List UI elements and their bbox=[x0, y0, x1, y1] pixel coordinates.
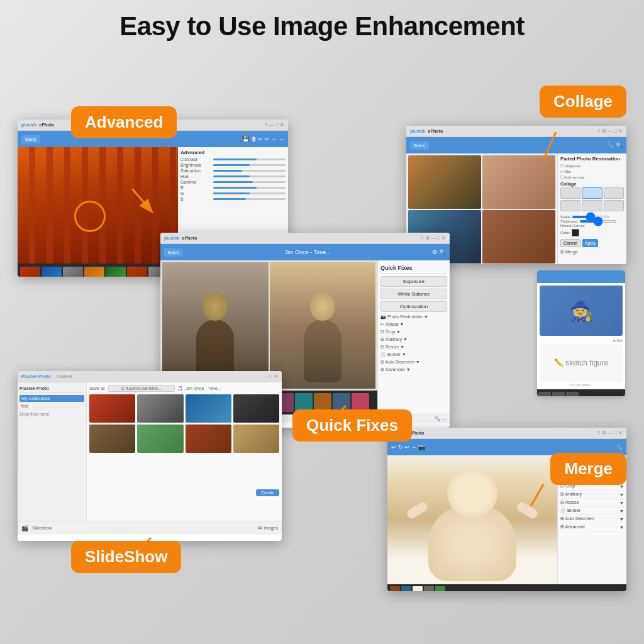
cancel-button-collage[interactable]: Cancel bbox=[560, 239, 580, 247]
slide-thumb-3[interactable] bbox=[186, 394, 231, 423]
grid-opt-6[interactable] bbox=[604, 200, 624, 211]
app-logo-qf: plustek bbox=[164, 236, 180, 240]
advanced-section-qf: ⊞ Advanced ▼ bbox=[380, 367, 447, 372]
slide-thumb-8[interactable] bbox=[233, 425, 279, 453]
quickfix-panel-title: Quick Fixes bbox=[380, 263, 447, 274]
slide-thumb-6[interactable] bbox=[137, 425, 183, 453]
cabinet-label: Cabinet bbox=[57, 374, 72, 379]
grid-opt-4[interactable] bbox=[560, 200, 580, 211]
film-thumb bbox=[413, 586, 423, 591]
slider-label-saturation: Saturation bbox=[180, 169, 212, 173]
grid-opt-3[interactable] bbox=[604, 187, 624, 199]
grid-opt-1[interactable] bbox=[560, 187, 580, 199]
border-section: ⬜ Border ▼ bbox=[380, 352, 447, 357]
film-thumb bbox=[401, 586, 411, 591]
svg-line-4 bbox=[531, 484, 543, 506]
illus-top-image: 🧙 bbox=[540, 286, 623, 336]
collage-toolbar: Back 🔧 🔍 bbox=[406, 137, 626, 153]
optimization-button[interactable]: Optimization bbox=[380, 301, 447, 312]
slide-thumb-1[interactable] bbox=[89, 394, 135, 423]
toolbar-icons-merge: ↩ ↻ ↩ → 📷 bbox=[391, 444, 425, 450]
whitebalance-button[interactable]: White Balance bbox=[380, 289, 447, 299]
collage-cell-portrait bbox=[482, 210, 555, 264]
crop-section: ⊡ Crop ▼ bbox=[380, 330, 447, 335]
film-thumb bbox=[20, 267, 40, 277]
app-name-advanced: ePhoto bbox=[40, 123, 55, 127]
film-thumb bbox=[127, 267, 147, 277]
film-thumb bbox=[435, 586, 445, 591]
slider-label-b: B bbox=[180, 197, 212, 201]
figure-icon: 🧙 bbox=[570, 300, 593, 322]
slideshow-titlebar: Plustek Photo Cabinet — □ ✕ bbox=[18, 371, 282, 382]
slide-thumb-2[interactable] bbox=[137, 394, 183, 423]
slide-thumb-4[interactable] bbox=[233, 394, 279, 423]
collage-grid-options bbox=[560, 187, 624, 211]
merge-label: ⊞ Merge bbox=[560, 250, 624, 255]
music-label: Jim Once - Time... bbox=[186, 249, 430, 255]
merge-item-resize: ⊟ Resize▼ bbox=[560, 499, 624, 507]
illus-caption-top: artist bbox=[540, 338, 623, 343]
win-controls-collage[interactable]: ? ⚙ — □ ✕ bbox=[597, 128, 623, 134]
merge-item-advanced: ⊞ Advanced▼ bbox=[560, 523, 624, 531]
slide-thumb-7[interactable] bbox=[186, 425, 231, 453]
merge-label: Merge bbox=[550, 453, 626, 485]
apply-button-collage[interactable]: Apply bbox=[582, 239, 599, 247]
slideshow-statusbar: 🎬 Slideshow 44 images bbox=[18, 521, 282, 535]
illus-body: 🧙 artist ✏️ sketch figure Let me draw... bbox=[537, 283, 625, 389]
rotate-section: ↩ Rotate ▼ bbox=[380, 322, 447, 327]
slideshow-main: Plustek Photo My Collections test Drop f… bbox=[18, 382, 282, 521]
collage-panel: Faded Photo Restoration ☐ Diagnose ☐ Blu… bbox=[557, 153, 626, 264]
slideshow-content: Save to: C:\Users\User\Doc... 🎵 Jim Once… bbox=[87, 382, 282, 521]
exposure-button[interactable]: Exposure bbox=[380, 276, 447, 287]
film-thumb bbox=[84, 267, 104, 277]
thickness-slider[interactable] bbox=[579, 220, 617, 223]
svg-line-0 bbox=[132, 189, 151, 211]
slideshow-icon: 🎬 bbox=[21, 525, 28, 531]
back-button-collage[interactable]: Back bbox=[410, 142, 429, 150]
quickfix-titlebar: plustek ePhoto ? ⚙ — □ ✕ bbox=[160, 233, 450, 244]
collage-titlebar: plustek ePhoto ? ⚙ — □ ✕ bbox=[406, 126, 626, 137]
grid-opt-2[interactable] bbox=[582, 187, 602, 199]
advanced-arrow bbox=[126, 189, 164, 214]
collage-label: Collage bbox=[540, 86, 626, 118]
music-track: Jim Once - Time... bbox=[186, 386, 221, 391]
win-controls-merge[interactable]: ? ⚙ — □ ✕ bbox=[597, 430, 623, 436]
toolbar-icons-advanced: 💾 🗑 ↩ ↩ ↔ → bbox=[242, 136, 284, 142]
create-slideshow-button[interactable]: Create bbox=[256, 489, 279, 496]
slider-label-gamma: Gamma bbox=[180, 180, 212, 184]
slide-thumb-5[interactable] bbox=[89, 425, 135, 453]
illus-thumb bbox=[566, 392, 579, 397]
illus-bottom-image: ✏️ sketch figure bbox=[540, 344, 623, 382]
collage-section-title: Collage bbox=[560, 182, 624, 186]
grid-opt-5[interactable] bbox=[582, 200, 602, 211]
collage-panel-title: Faded Photo Restoration bbox=[560, 156, 624, 162]
back-button-advanced[interactable]: Back bbox=[21, 135, 40, 143]
illus-filmstrip bbox=[537, 389, 625, 396]
page-title: Easy to Use Image Enhancement bbox=[0, 0, 644, 48]
slideshow-drop-hint: Drop files here! bbox=[19, 412, 84, 416]
before-photo bbox=[162, 262, 269, 389]
merge-window: plustek ePhoto ? ⚙ — □ ✕ ↩ ↻ ↩ → 📷 🔧 Qui… bbox=[387, 428, 626, 591]
win-controls-advanced[interactable]: ? — □ ✕ bbox=[265, 122, 284, 128]
slideshow-item-mycollections[interactable]: My Collections bbox=[19, 395, 84, 402]
autodescreen-section: ⊞ Auto Descreen ▼ bbox=[380, 360, 447, 365]
back-button-qf[interactable]: Back bbox=[164, 248, 183, 257]
win-controls-ss[interactable]: — □ ✕ bbox=[263, 374, 278, 379]
merge-filmstrip bbox=[387, 584, 626, 591]
app-name-qf: ePhoto bbox=[182, 236, 197, 240]
slideshow-label: Slideshow bbox=[32, 526, 52, 530]
film-thumb bbox=[424, 586, 434, 591]
slider-label-g: G bbox=[180, 191, 212, 196]
collage-cell-girl bbox=[408, 155, 481, 209]
advanced-label: Advanced bbox=[71, 106, 177, 138]
app-logo-collage: plustek bbox=[410, 129, 426, 133]
quickfix-panel: Quick Fixes Exposure White Balance Optim… bbox=[377, 260, 450, 414]
illus-meta: Let me draw... bbox=[540, 383, 623, 387]
film-thumb bbox=[106, 267, 126, 277]
slideshow-grid bbox=[89, 394, 279, 453]
music-icon: 🎵 bbox=[177, 386, 183, 391]
slideshow-item-test[interactable]: test bbox=[19, 402, 84, 409]
collage-arrow bbox=[537, 132, 569, 164]
merge-item-border: ⬜ Border▼ bbox=[560, 507, 624, 515]
win-controls-qf[interactable]: ? ⚙ — □ ✕ bbox=[421, 235, 446, 241]
